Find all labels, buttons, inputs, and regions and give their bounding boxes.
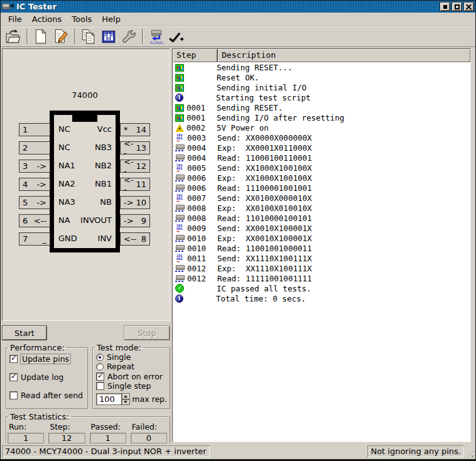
checkbox-single-step[interactable]: Single step (96, 381, 167, 391)
log-row[interactable]: 0008 Read: 11010000100101 (173, 213, 470, 223)
pin-label-right: NB (100, 197, 112, 207)
log-row[interactable]: 0007 Send: XX0100X000010X (173, 193, 470, 203)
open-file-button[interactable] (3, 28, 23, 46)
edit-file-button[interactable] (51, 28, 71, 46)
log-row[interactable]: IC passed all tests. (173, 283, 470, 293)
send-bits-icon (175, 224, 185, 232)
log-row[interactable]: 0001 Sending I/O after resetting (173, 112, 470, 122)
column-header-description[interactable]: Description (218, 49, 470, 62)
radio-single[interactable]: Single (96, 352, 167, 362)
log-row[interactable]: Total time: 0 secs. (173, 293, 470, 303)
test-ic-icon: 0110001 (148, 28, 165, 45)
radio-circle (96, 363, 104, 371)
pin-row: 6<-- NA INVOUT ->9 (3, 214, 170, 227)
column-header-step[interactable]: Step (173, 49, 218, 62)
wrench-icon (121, 28, 137, 45)
pin-label-right: NB1 (95, 179, 112, 188)
log-row[interactable]: Reset OK. (173, 72, 470, 82)
log-row[interactable]: 0008 Exp: XX0100X010010X (173, 203, 470, 213)
pin-box-7[interactable]: 7_ (19, 232, 50, 246)
copy-button[interactable] (78, 28, 99, 46)
left-panel: 74000 1 NC Vcc *14 2 NC NB3 <--13 3-> NA… (2, 48, 170, 442)
log-row[interactable]: 0010 Read: 11001001000011 (173, 243, 470, 253)
log-row[interactable]: 0010 Exp: XX0010X100001X (173, 233, 470, 243)
radio-repeat[interactable]: Repeat (96, 362, 167, 371)
pin-box-2[interactable]: 2 (19, 141, 50, 155)
probe-button[interactable] (166, 28, 187, 46)
spin-up-button[interactable] (122, 393, 131, 399)
new-file-button[interactable] (31, 28, 51, 46)
max-rep-row: 100 max rep. (96, 393, 167, 405)
log-row[interactable]: 0012 Read: 11111001001111 (173, 273, 470, 283)
maximize-button[interactable] (452, 2, 462, 11)
read-chip-icon (175, 173, 185, 182)
log-row[interactable]: 0004 Exp: XX0001X011000X (173, 143, 470, 153)
settings-wrench-button[interactable] (119, 28, 139, 46)
pin-box-5[interactable]: 5-> (19, 196, 50, 209)
edit-file-icon (53, 28, 69, 45)
toolbar-separator (26, 29, 28, 44)
chip-ok-icon (175, 64, 184, 72)
toolbar-separator (74, 29, 75, 44)
log-row[interactable]: 0011 Send: XX1110X100111X (173, 253, 470, 263)
pin-label-left: NA2 (58, 179, 75, 188)
info-icon (175, 94, 183, 102)
log-row[interactable]: Sending initial I/O (173, 82, 470, 92)
pin-label-right: INVOUT (80, 215, 112, 225)
menu-tools[interactable]: Tools (67, 13, 97, 25)
pin-box-8[interactable]: <--8 (120, 232, 150, 246)
dip-switch-button[interactable] (99, 28, 119, 46)
titlebar[interactable]: IC Tester (1, 1, 475, 13)
pin-box-14[interactable]: *14 (120, 123, 150, 136)
test-statistics-frame: Test Statistics: Run: 1 Step: 12 Passed:… (6, 412, 170, 447)
stat-passed: Passed: 1 (90, 422, 126, 443)
resize-grip[interactable] (465, 449, 474, 458)
menu-help[interactable]: Help (97, 13, 126, 25)
close-button[interactable] (463, 2, 474, 11)
pin-box-10[interactable]: ->10 (120, 196, 150, 209)
log-row[interactable]: 0002 5V Power on (173, 122, 470, 133)
log-row[interactable]: 0001 Sending RESET. (173, 102, 470, 112)
stat-failed: Failed: 0 (131, 422, 167, 443)
pin-box-12[interactable]: <--12 (120, 160, 150, 173)
pin-box-13[interactable]: <--13 (120, 141, 150, 155)
start-button[interactable]: Start (2, 325, 47, 340)
log-row[interactable]: 0005 Send: XX1000X100100X (173, 163, 470, 173)
read-chip-icon (175, 203, 185, 212)
log-row[interactable]: 0009 Send: XX0010X100001X (173, 223, 470, 233)
menu-file[interactable]: File (3, 13, 27, 25)
pin-box-9[interactable]: ->9 (120, 214, 150, 227)
log-row[interactable]: 0004 Read: 11000100110001 (173, 153, 470, 163)
chip-diagram: 74000 1 NC Vcc *14 2 NC NB3 <--13 3-> NA… (2, 48, 170, 321)
pin-row: 1 NC Vcc *14 (3, 123, 170, 136)
checkbox-update-pins[interactable]: Update pins (9, 354, 85, 364)
log-row[interactable]: 0003 Send: XX0000X000000X (173, 133, 470, 143)
pin-label-left: NA (58, 215, 70, 225)
chip-ok-icon (175, 104, 184, 112)
test-ic-button[interactable]: 0110001 (146, 28, 166, 46)
pin-box-11[interactable]: <--11 (120, 178, 150, 191)
log-row[interactable]: Starting test script (173, 92, 470, 102)
pin-box-3[interactable]: 3-> (19, 160, 50, 173)
menu-actions[interactable]: Actions (27, 13, 67, 25)
checkbox-read-after-send[interactable]: Read after send (9, 391, 85, 400)
pin-box-1[interactable]: 1 (19, 123, 50, 136)
log-row[interactable]: Sending RESET... (173, 62, 470, 72)
pin-label-right: Vcc (97, 124, 112, 134)
minimize-button[interactable] (440, 2, 450, 11)
log-row[interactable]: 0012 Exp: XX1110X100111X (173, 263, 470, 273)
svg-text:0110001: 0110001 (150, 41, 163, 45)
pin-box-6[interactable]: 6<-- (19, 214, 50, 227)
log-row[interactable]: 0006 Read: 11100001001001 (173, 183, 470, 193)
stop-button[interactable]: Stop (124, 325, 170, 340)
test-statistics-title: Test Statistics: (8, 412, 71, 421)
read-chip-icon (175, 264, 185, 273)
spin-down-button[interactable] (122, 399, 131, 406)
checkbox-abort-on-error[interactable]: Abort on error (96, 372, 167, 381)
checkbox-update-log[interactable]: Update log (9, 372, 85, 382)
max-rep-input[interactable]: 100 (96, 393, 122, 405)
new-file-icon (33, 28, 49, 45)
log-row[interactable]: 0006 Exp: XX1000X100100X (173, 173, 470, 183)
window-title: IC Tester (16, 2, 438, 11)
pin-box-4[interactable]: 4-> (19, 178, 50, 191)
